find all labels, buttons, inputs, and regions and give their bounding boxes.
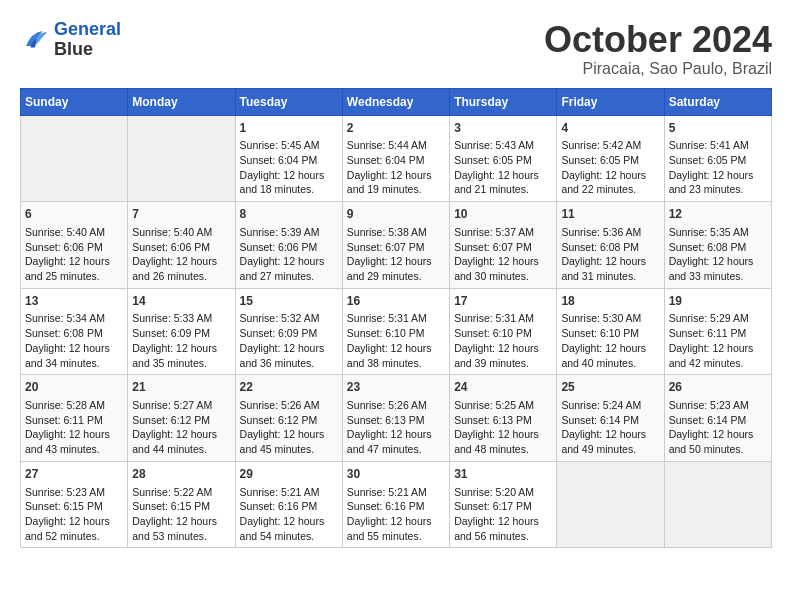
day-number: 6: [25, 206, 123, 223]
day-number: 9: [347, 206, 445, 223]
logo-line1: General: [54, 19, 121, 39]
day-info: Sunrise: 5:26 AMSunset: 6:13 PMDaylight:…: [347, 398, 445, 457]
calendar-day: 4Sunrise: 5:42 AMSunset: 6:05 PMDaylight…: [557, 115, 664, 202]
calendar-day: 6Sunrise: 5:40 AMSunset: 6:06 PMDaylight…: [21, 202, 128, 289]
day-info: Sunrise: 5:22 AMSunset: 6:15 PMDaylight:…: [132, 485, 230, 544]
calendar-day: 19Sunrise: 5:29 AMSunset: 6:11 PMDayligh…: [664, 288, 771, 375]
day-info: Sunrise: 5:21 AMSunset: 6:16 PMDaylight:…: [347, 485, 445, 544]
calendar-table: SundayMondayTuesdayWednesdayThursdayFrid…: [20, 88, 772, 549]
day-number: 19: [669, 293, 767, 310]
calendar-day: 21Sunrise: 5:27 AMSunset: 6:12 PMDayligh…: [128, 375, 235, 462]
calendar-day: 23Sunrise: 5:26 AMSunset: 6:13 PMDayligh…: [342, 375, 449, 462]
page-header: General Blue October 2024 Piracaia, Sao …: [20, 20, 772, 78]
day-info: Sunrise: 5:41 AMSunset: 6:05 PMDaylight:…: [669, 138, 767, 197]
day-info: Sunrise: 5:24 AMSunset: 6:14 PMDaylight:…: [561, 398, 659, 457]
day-info: Sunrise: 5:40 AMSunset: 6:06 PMDaylight:…: [25, 225, 123, 284]
day-number: 26: [669, 379, 767, 396]
day-info: Sunrise: 5:42 AMSunset: 6:05 PMDaylight:…: [561, 138, 659, 197]
month-title: October 2024: [544, 20, 772, 60]
day-info: Sunrise: 5:32 AMSunset: 6:09 PMDaylight:…: [240, 311, 338, 370]
day-number: 16: [347, 293, 445, 310]
day-info: Sunrise: 5:27 AMSunset: 6:12 PMDaylight:…: [132, 398, 230, 457]
day-info: Sunrise: 5:30 AMSunset: 6:10 PMDaylight:…: [561, 311, 659, 370]
logo-icon: [20, 25, 50, 55]
day-info: Sunrise: 5:43 AMSunset: 6:05 PMDaylight:…: [454, 138, 552, 197]
weekday-header: Wednesday: [342, 88, 449, 115]
calendar-day: 10Sunrise: 5:37 AMSunset: 6:07 PMDayligh…: [450, 202, 557, 289]
day-info: Sunrise: 5:44 AMSunset: 6:04 PMDaylight:…: [347, 138, 445, 197]
weekday-header: Sunday: [21, 88, 128, 115]
day-number: 1: [240, 120, 338, 137]
day-info: Sunrise: 5:25 AMSunset: 6:13 PMDaylight:…: [454, 398, 552, 457]
day-number: 4: [561, 120, 659, 137]
location: Piracaia, Sao Paulo, Brazil: [544, 60, 772, 78]
day-number: 14: [132, 293, 230, 310]
day-number: 27: [25, 466, 123, 483]
calendar-week: 1Sunrise: 5:45 AMSunset: 6:04 PMDaylight…: [21, 115, 772, 202]
day-number: 18: [561, 293, 659, 310]
day-info: Sunrise: 5:23 AMSunset: 6:14 PMDaylight:…: [669, 398, 767, 457]
day-number: 12: [669, 206, 767, 223]
calendar-day: 27Sunrise: 5:23 AMSunset: 6:15 PMDayligh…: [21, 461, 128, 548]
logo: General Blue: [20, 20, 121, 60]
calendar-day: 5Sunrise: 5:41 AMSunset: 6:05 PMDaylight…: [664, 115, 771, 202]
day-number: 22: [240, 379, 338, 396]
day-info: Sunrise: 5:34 AMSunset: 6:08 PMDaylight:…: [25, 311, 123, 370]
day-number: 25: [561, 379, 659, 396]
calendar-day: [664, 461, 771, 548]
calendar-day: 28Sunrise: 5:22 AMSunset: 6:15 PMDayligh…: [128, 461, 235, 548]
day-number: 30: [347, 466, 445, 483]
calendar-day: 16Sunrise: 5:31 AMSunset: 6:10 PMDayligh…: [342, 288, 449, 375]
day-number: 21: [132, 379, 230, 396]
day-info: Sunrise: 5:31 AMSunset: 6:10 PMDaylight:…: [454, 311, 552, 370]
calendar-week: 6Sunrise: 5:40 AMSunset: 6:06 PMDaylight…: [21, 202, 772, 289]
day-info: Sunrise: 5:28 AMSunset: 6:11 PMDaylight:…: [25, 398, 123, 457]
logo-line2: Blue: [54, 40, 121, 60]
calendar-week: 13Sunrise: 5:34 AMSunset: 6:08 PMDayligh…: [21, 288, 772, 375]
weekday-header: Friday: [557, 88, 664, 115]
day-info: Sunrise: 5:45 AMSunset: 6:04 PMDaylight:…: [240, 138, 338, 197]
day-number: 13: [25, 293, 123, 310]
weekday-header: Tuesday: [235, 88, 342, 115]
day-info: Sunrise: 5:23 AMSunset: 6:15 PMDaylight:…: [25, 485, 123, 544]
header-row: SundayMondayTuesdayWednesdayThursdayFrid…: [21, 88, 772, 115]
day-info: Sunrise: 5:29 AMSunset: 6:11 PMDaylight:…: [669, 311, 767, 370]
calendar-day: [557, 461, 664, 548]
day-info: Sunrise: 5:35 AMSunset: 6:08 PMDaylight:…: [669, 225, 767, 284]
weekday-header: Monday: [128, 88, 235, 115]
day-info: Sunrise: 5:36 AMSunset: 6:08 PMDaylight:…: [561, 225, 659, 284]
calendar-day: 31Sunrise: 5:20 AMSunset: 6:17 PMDayligh…: [450, 461, 557, 548]
calendar-day: 1Sunrise: 5:45 AMSunset: 6:04 PMDaylight…: [235, 115, 342, 202]
calendar-day: 18Sunrise: 5:30 AMSunset: 6:10 PMDayligh…: [557, 288, 664, 375]
day-info: Sunrise: 5:21 AMSunset: 6:16 PMDaylight:…: [240, 485, 338, 544]
day-info: Sunrise: 5:26 AMSunset: 6:12 PMDaylight:…: [240, 398, 338, 457]
calendar-day: 11Sunrise: 5:36 AMSunset: 6:08 PMDayligh…: [557, 202, 664, 289]
calendar-day: 8Sunrise: 5:39 AMSunset: 6:06 PMDaylight…: [235, 202, 342, 289]
day-info: Sunrise: 5:31 AMSunset: 6:10 PMDaylight:…: [347, 311, 445, 370]
calendar-week: 27Sunrise: 5:23 AMSunset: 6:15 PMDayligh…: [21, 461, 772, 548]
day-number: 31: [454, 466, 552, 483]
calendar-day: 12Sunrise: 5:35 AMSunset: 6:08 PMDayligh…: [664, 202, 771, 289]
logo-text: General Blue: [54, 20, 121, 60]
day-number: 8: [240, 206, 338, 223]
calendar-week: 20Sunrise: 5:28 AMSunset: 6:11 PMDayligh…: [21, 375, 772, 462]
day-number: 24: [454, 379, 552, 396]
day-info: Sunrise: 5:39 AMSunset: 6:06 PMDaylight:…: [240, 225, 338, 284]
calendar-day: 3Sunrise: 5:43 AMSunset: 6:05 PMDaylight…: [450, 115, 557, 202]
day-number: 17: [454, 293, 552, 310]
calendar-day: 14Sunrise: 5:33 AMSunset: 6:09 PMDayligh…: [128, 288, 235, 375]
day-info: Sunrise: 5:20 AMSunset: 6:17 PMDaylight:…: [454, 485, 552, 544]
day-info: Sunrise: 5:40 AMSunset: 6:06 PMDaylight:…: [132, 225, 230, 284]
weekday-header: Thursday: [450, 88, 557, 115]
day-number: 15: [240, 293, 338, 310]
day-number: 11: [561, 206, 659, 223]
calendar-day: 30Sunrise: 5:21 AMSunset: 6:16 PMDayligh…: [342, 461, 449, 548]
day-info: Sunrise: 5:33 AMSunset: 6:09 PMDaylight:…: [132, 311, 230, 370]
day-number: 28: [132, 466, 230, 483]
day-number: 2: [347, 120, 445, 137]
calendar-day: 7Sunrise: 5:40 AMSunset: 6:06 PMDaylight…: [128, 202, 235, 289]
calendar-day: 20Sunrise: 5:28 AMSunset: 6:11 PMDayligh…: [21, 375, 128, 462]
day-info: Sunrise: 5:37 AMSunset: 6:07 PMDaylight:…: [454, 225, 552, 284]
calendar-body: 1Sunrise: 5:45 AMSunset: 6:04 PMDaylight…: [21, 115, 772, 548]
day-info: Sunrise: 5:38 AMSunset: 6:07 PMDaylight:…: [347, 225, 445, 284]
